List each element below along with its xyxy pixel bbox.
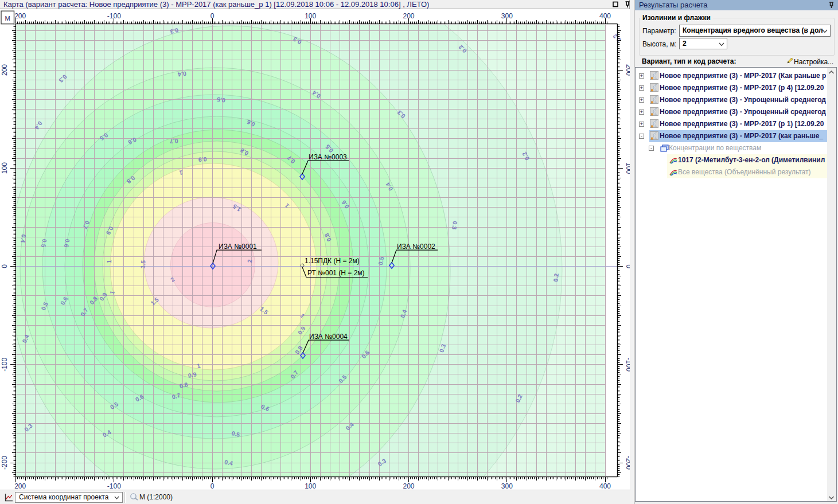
svg-text:1: 1	[106, 260, 112, 264]
svg-text:200: 200	[14, 12, 26, 20]
svg-text:ИЗА №0002: ИЗА №0002	[397, 243, 435, 251]
svg-text:ИЗА №0001: ИЗА №0001	[219, 243, 257, 251]
svg-text:0: 0	[1, 264, 9, 268]
svg-text:0.4: 0.4	[177, 71, 186, 79]
svg-text:400: 400	[599, 12, 611, 20]
svg-text:-100: -100	[107, 482, 121, 490]
svg-text:400: 400	[599, 482, 611, 490]
svg-text:300: 300	[501, 12, 513, 20]
svg-text:1.5: 1.5	[139, 260, 147, 269]
svg-text:0: 0	[625, 264, 630, 268]
svg-text:200: 200	[625, 64, 630, 76]
svg-text:1.15ПДК (Н = 2м): 1.15ПДК (Н = 2м)	[305, 257, 360, 265]
svg-text:0.4: 0.4	[20, 234, 28, 243]
svg-text:200: 200	[403, 482, 414, 490]
svg-text:100: 100	[1, 162, 9, 174]
svg-text:0.5: 0.5	[40, 239, 48, 248]
svg-text:0: 0	[211, 482, 215, 490]
svg-text:ИЗА №0004: ИЗА №0004	[309, 333, 348, 341]
svg-text:0: 0	[211, 12, 215, 20]
svg-text:0.9: 0.9	[198, 156, 206, 163]
svg-text:М: М	[5, 15, 10, 22]
svg-text:100: 100	[625, 162, 630, 174]
svg-text:100: 100	[305, 482, 316, 490]
svg-text:0.5: 0.5	[377, 256, 385, 265]
svg-text:2: 2	[246, 259, 253, 263]
svg-text:0.3: 0.3	[451, 221, 459, 230]
svg-text:300: 300	[501, 482, 513, 490]
svg-text:-200: -200	[1, 456, 9, 470]
svg-text:200: 200	[403, 12, 414, 20]
svg-text:-200: -200	[625, 456, 630, 470]
svg-text:0.4: 0.4	[224, 458, 233, 466]
svg-text:РТ №001 (Н = 2м): РТ №001 (Н = 2м)	[307, 269, 365, 277]
svg-text:0.5: 0.5	[216, 96, 225, 104]
svg-text:0.2: 0.2	[552, 273, 559, 282]
svg-text:0.6: 0.6	[63, 239, 71, 248]
svg-text:-100: -100	[1, 357, 9, 371]
svg-text:100: 100	[305, 12, 316, 20]
svg-text:200: 200	[14, 482, 26, 490]
svg-text:0.7: 0.7	[169, 138, 178, 145]
svg-text:ИЗА №0003: ИЗА №0003	[309, 153, 347, 161]
svg-text:-100: -100	[107, 12, 121, 20]
svg-text:-100: -100	[625, 358, 630, 372]
svg-text:200: 200	[1, 64, 9, 76]
